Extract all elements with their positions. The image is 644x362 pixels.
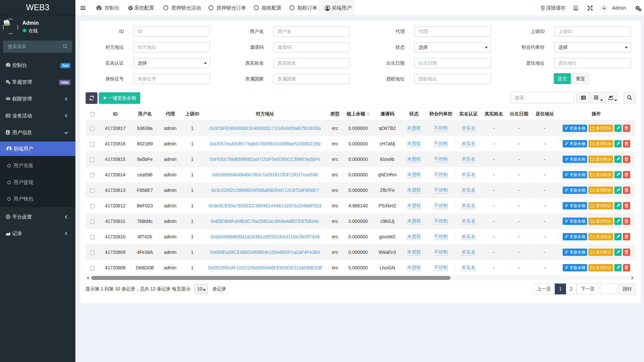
svg-text:A: A — [575, 7, 577, 10]
